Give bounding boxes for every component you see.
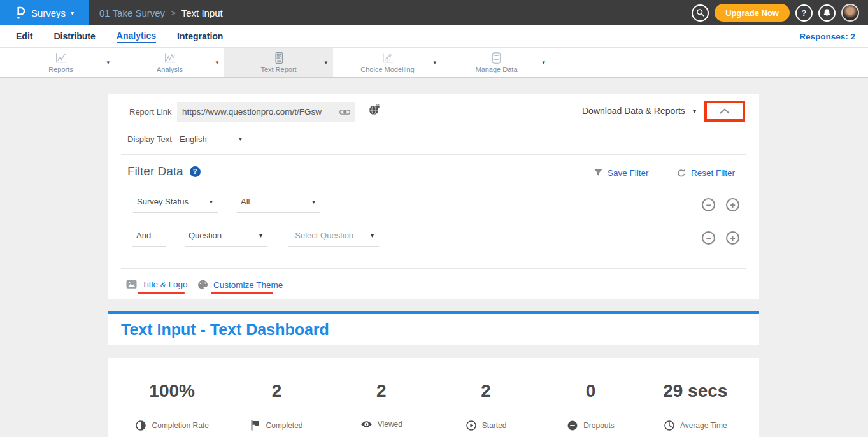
select-question-placeholder: -Select Question- — [292, 231, 356, 240]
title-logo-link[interactable]: Title & Logo — [126, 280, 188, 289]
nav-item-edit[interactable]: Edit — [16, 30, 32, 43]
chevron-down-icon[interactable]: ▾ — [433, 59, 436, 66]
filter-value: All — [241, 197, 250, 206]
palette-icon — [197, 280, 208, 290]
stat-viewed: 2 Viewed — [329, 358, 434, 437]
remove-filter-row-button[interactable]: − — [702, 198, 715, 211]
tab-label: Analysis — [157, 66, 183, 73]
product-name: Surveys — [31, 8, 66, 18]
analytics-toolbar: Reports ▾ Analysis ▾ Text Report ▾ Ch — [0, 48, 868, 78]
link-icon[interactable] — [339, 108, 350, 116]
question-mark-icon: ? — [802, 8, 807, 18]
chevron-up-icon — [720, 108, 730, 114]
conjunction-value: And — [136, 231, 151, 240]
filter-help-icon[interactable]: ? — [190, 166, 201, 177]
questionpro-logo-icon — [15, 6, 26, 20]
filter-value-select[interactable]: All ▾ — [237, 191, 320, 213]
nav-item-integration[interactable]: Integration — [177, 30, 223, 43]
collapse-panel-button[interactable] — [704, 101, 745, 122]
tab-analysis[interactable]: Analysis ▾ — [115, 48, 224, 77]
report-link-input[interactable] — [182, 107, 337, 117]
tab-manage-data[interactable]: Manage Data ▾ — [442, 48, 551, 77]
search-button[interactable] — [692, 4, 709, 22]
filter-field-select[interactable]: Survey Status ▾ — [133, 191, 218, 213]
divider — [354, 410, 408, 410]
download-label: Download Data & Reports — [582, 106, 685, 116]
stat-value: 2 — [481, 381, 491, 401]
tab-choice-modelling[interactable]: Choice Modelling ▾ — [333, 48, 442, 77]
filter-conjunction-select[interactable]: And — [132, 225, 166, 247]
dashboard-title-band: Text Input - Text Dashboard — [108, 314, 759, 345]
divider — [250, 410, 304, 410]
responses-count[interactable]: Responses: 2 — [799, 32, 855, 41]
customize-theme-link[interactable]: Customize Theme — [197, 280, 283, 290]
tab-text-report[interactable]: Text Report ▾ — [224, 48, 333, 77]
chevron-down-icon[interactable]: ▾ — [542, 59, 545, 66]
stat-label: Dropouts — [583, 421, 615, 430]
analysis-chart-icon — [162, 52, 178, 64]
stat-completion-rate: 100% Completion Rate — [120, 358, 224, 437]
stat-label: Completed — [266, 421, 302, 430]
help-button[interactable]: ? — [795, 4, 813, 22]
report-link-label: Report Link — [129, 107, 171, 117]
stat-value: 0 — [586, 381, 596, 401]
clock-icon — [664, 420, 675, 431]
add-filter-row-button[interactable]: + — [726, 198, 739, 211]
stat-label: Viewed — [378, 420, 402, 429]
upgrade-now-button[interactable]: Upgrade Now — [715, 4, 790, 22]
display-text-label: Display Text — [127, 134, 172, 144]
report-link-field[interactable] — [177, 102, 355, 122]
chevron-down-icon[interactable]: ▾ — [106, 59, 110, 66]
divider — [668, 410, 722, 410]
flag-icon — [250, 420, 260, 431]
reset-filter-label: Reset Filter — [691, 168, 735, 178]
tab-label: Manage Data — [475, 66, 517, 73]
refresh-icon — [677, 169, 686, 178]
tab-reports[interactable]: Reports ▾ — [6, 48, 115, 77]
title-logo-label: Title & Logo — [142, 280, 188, 289]
stat-started: 2 Started — [434, 358, 538, 437]
filter-data-title: Filter Data — [127, 164, 183, 178]
chevron-down-icon[interactable]: ▾ — [215, 59, 218, 66]
reports-chart-icon — [53, 52, 69, 64]
stat-dropouts: 0 Dropouts — [538, 358, 643, 437]
filter-field-value: Survey Status — [137, 197, 189, 206]
filter-field-select[interactable]: Question ▾ — [185, 225, 267, 247]
nav-item-analytics[interactable]: Analytics — [117, 29, 156, 43]
reset-filter-button[interactable]: Reset Filter — [677, 168, 735, 178]
text-report-icon — [273, 52, 285, 64]
display-text-select[interactable]: English — [180, 134, 207, 144]
chevron-down-icon[interactable]: ▾ — [239, 135, 242, 142]
stat-average-time: 29 secs Average Time — [643, 358, 748, 437]
chevron-down-icon: ▾ — [259, 232, 262, 239]
survey-section-nav: Edit Distribute Analytics Integration Re… — [0, 25, 868, 48]
notifications-button[interactable] — [818, 4, 836, 22]
stat-completed: 2 Completed — [224, 358, 329, 437]
chevron-down-icon[interactable]: ▾ — [324, 59, 327, 66]
filter-field-value: Question — [189, 231, 222, 240]
remove-filter-row-button[interactable]: − — [702, 231, 715, 245]
tab-label: Text Report — [260, 66, 296, 73]
divider — [459, 410, 513, 410]
divider — [121, 268, 746, 269]
divider — [145, 410, 199, 410]
customize-theme-label: Customize Theme — [213, 280, 283, 290]
annotation-underline — [211, 292, 273, 294]
download-data-reports-menu[interactable]: Download Data & Reports ▾ — [582, 106, 696, 116]
breadcrumb: 01 Take Survey > Text Input — [99, 8, 223, 18]
save-filter-button[interactable]: Save Filter — [594, 168, 649, 178]
add-filter-row-button[interactable]: + — [726, 231, 739, 245]
report-settings-panel: Report Link Download Data & Reports ▾ — [108, 94, 759, 299]
avatar[interactable] — [841, 4, 859, 22]
surveys-menu[interactable]: Surveys ▾ — [0, 0, 89, 25]
stat-value: 2 — [272, 381, 282, 401]
breadcrumb-survey-name[interactable]: 01 Take Survey — [99, 8, 165, 18]
stat-label: Started — [482, 421, 507, 430]
link-privacy-button[interactable] — [368, 104, 381, 118]
dashboard-title: Text Input - Text Dashboard — [121, 320, 329, 339]
save-filter-label: Save Filter — [608, 168, 649, 178]
minus-circle-icon — [567, 420, 578, 431]
filter-data-heading: Filter Data ? — [127, 164, 201, 178]
select-question-dropdown[interactable]: -Select Question- ▾ — [288, 225, 379, 247]
nav-item-distribute[interactable]: Distribute — [53, 30, 95, 43]
